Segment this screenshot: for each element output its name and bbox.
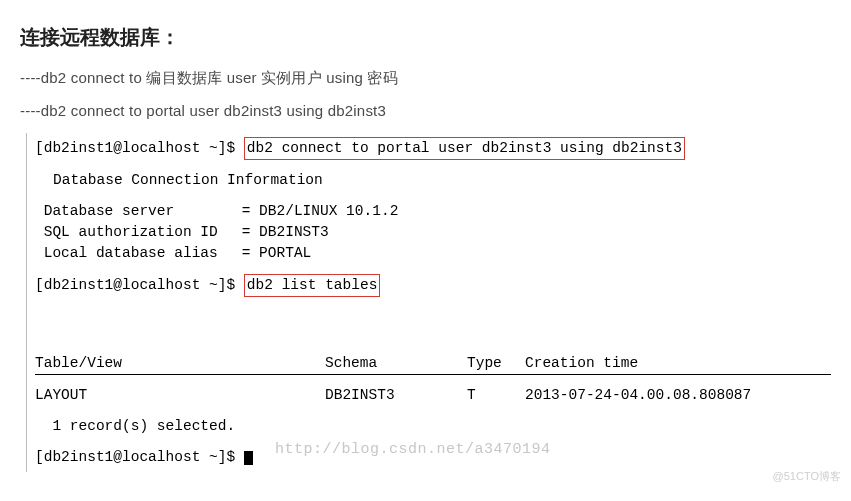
highlighted-command-2: db2 list tables (244, 274, 381, 297)
info-value: = DB2/LINUX 10.1.2 (242, 203, 399, 219)
shell-prompt: [db2inst1@localhost ~]$ (35, 449, 244, 465)
prompt-line-2: [db2inst1@localhost ~]$ db2 list tables … (35, 274, 831, 339)
cell-schema: DB2INST3 (325, 385, 467, 406)
connection-info-title: Database Connection Information (53, 170, 831, 191)
table-header-row: Table/ViewSchemaTypeCreation time (35, 353, 831, 375)
info-row: Local database alias= PORTAL (35, 243, 831, 264)
info-value: = DB2INST3 (242, 224, 329, 240)
cell-tableview: LAYOUT (35, 385, 325, 406)
highlighted-command-1: db2 connect to portal user db2inst3 usin… (244, 137, 685, 160)
command-template-line: ----db2 connect to 编目数据库 user 实例用户 using… (20, 69, 831, 88)
cell-type: T (467, 385, 525, 406)
command-example-line: ----db2 connect to portal user db2inst3 … (20, 102, 831, 119)
info-label: Local database alias (44, 243, 242, 264)
info-row: Database server= DB2/LINUX 10.1.2 (35, 201, 831, 222)
cursor-icon (244, 451, 253, 465)
prompt-line-1: [db2inst1@localhost ~]$ db2 connect to p… (35, 137, 831, 160)
section-heading: 连接远程数据库： (20, 24, 831, 51)
info-row: SQL authorization ID= DB2INST3 (35, 222, 831, 243)
shell-prompt: [db2inst1@localhost ~]$ (35, 277, 244, 293)
cell-creation: 2013-07-24-04.00.08.808087 (525, 387, 751, 403)
col-type: Type (467, 353, 525, 374)
col-schema: Schema (325, 353, 467, 374)
terminal-output: [db2inst1@localhost ~]$ db2 connect to p… (26, 133, 831, 472)
col-tableview: Table/View (35, 353, 325, 374)
source-watermark: @51CTO博客 (773, 469, 841, 484)
info-label: Database server (44, 201, 242, 222)
info-label: SQL authorization ID (44, 222, 242, 243)
shell-prompt: [db2inst1@localhost ~]$ (35, 140, 244, 156)
prompt-line-3: [db2inst1@localhost ~]$ (35, 447, 831, 468)
records-selected-line: 1 record(s) selected. (35, 416, 831, 437)
info-value: = PORTAL (242, 245, 312, 261)
col-creation: Creation time (525, 355, 638, 371)
table-data-row: LAYOUTDB2INST3T2013-07-24-04.00.08.80808… (35, 385, 831, 406)
